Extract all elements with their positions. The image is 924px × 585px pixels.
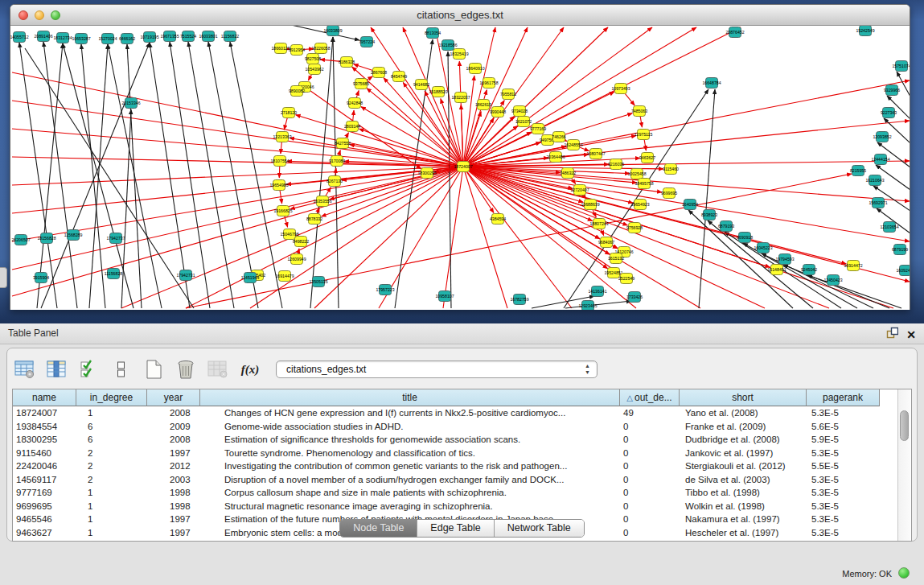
graph-edge (170, 42, 210, 308)
graph-edge (461, 105, 462, 161)
graph-node-label: 20876452 (725, 30, 744, 35)
row-select-icon[interactable] (78, 358, 101, 381)
graph-node-label: 10973493 (611, 86, 630, 91)
graph-edge (37, 43, 63, 308)
table-cell: 9777169 (13, 486, 76, 500)
new-document-icon[interactable] (142, 358, 165, 381)
graph-edge (345, 133, 348, 138)
graph-edge (699, 89, 715, 308)
table-type-tabs: Node TableEdge TableNetwork Table (339, 519, 584, 538)
memory-status-indicator[interactable] (898, 567, 910, 579)
graph-edge (310, 90, 421, 169)
graph-node-label: 15188520 (429, 89, 447, 94)
column-header-short[interactable]: short (680, 389, 807, 406)
table-scrollbar[interactable] (897, 389, 910, 541)
network-window-titlebar[interactable]: citations_edges.txt (10, 5, 910, 26)
table-row[interactable]: 911546021997Tourette syndrome. Phenomeno… (13, 447, 880, 460)
graph-edge (150, 43, 190, 308)
graph-node-label: 19524851 (604, 270, 622, 275)
delete-icon[interactable] (175, 358, 197, 381)
network-canvas[interactable]: 1872400718300295186601288912954182260589… (10, 26, 910, 310)
graph-node-label: 8878332 (306, 216, 322, 221)
graph-node-label: 9170084 (329, 159, 345, 163)
graph-node-label: 18156828 (37, 236, 55, 241)
graph-node-label: 9734028 (511, 109, 528, 113)
graph-node-label: 9375685 (353, 81, 369, 86)
graph-node-label: 7485063 (631, 109, 647, 113)
table-settings-icon[interactable] (14, 358, 36, 381)
rows-icon[interactable] (110, 358, 133, 381)
graph-node-label: 18107554 (270, 159, 289, 163)
tab-network-table[interactable]: Network Table (495, 520, 584, 537)
table-row[interactable]: 969969511998Structural magnetic resonanc… (13, 500, 880, 513)
table-toolbar: f(x) citations_edges.txt ▲▼ (14, 353, 598, 385)
graph-node-label: 2522549 (618, 276, 634, 281)
graph-edge (463, 167, 765, 308)
table-cell: Tourette syndrome. Phenomenology and cla… (200, 447, 620, 460)
network-window-title: citations_edges.txt (10, 9, 910, 21)
column-header-in_degree[interactable]: in_degree (76, 389, 147, 406)
graph-node-label: 8498222 (293, 239, 309, 244)
graph-node-label: 14136141 (588, 289, 606, 294)
table-row[interactable]: 1830029562008Estimation of significance … (13, 433, 880, 447)
network-select-dropdown[interactable]: citations_edges.txt ▲▼ (276, 360, 598, 378)
tab-edge-table[interactable]: Edge Table (417, 520, 494, 537)
graph-node-label: 17957223 (376, 287, 394, 292)
table-cell: Disruption of a novel member of a sodium… (200, 473, 620, 487)
scrollbar-thumb[interactable] (900, 410, 909, 441)
graph-node-label: 15046798 (280, 232, 298, 237)
graph-node-label: 12720407 (570, 187, 589, 192)
float-panel-icon[interactable] (886, 327, 898, 342)
network-view-area: citations_edges.txt 18724007183002951866… (0, 0, 924, 323)
table-row[interactable]: 1938455462009Genome-wide association stu… (13, 420, 880, 434)
column-header-name[interactable]: name (13, 389, 76, 406)
column-header-pagerank[interactable]: pagerank (807, 389, 880, 406)
network-window[interactable]: citations_edges.txt 18724007183002951866… (10, 4, 910, 310)
graph-edge (339, 150, 340, 156)
graph-node-label: 6216036 (608, 162, 624, 167)
table-cell: 1998 (147, 486, 200, 500)
graph-node-label: 8267130 (326, 179, 343, 183)
graph-node-label: 9699695 (661, 191, 677, 196)
column-header-out_de[interactable]: △out_de... (620, 389, 680, 406)
tab-node-table[interactable]: Node Table (340, 520, 417, 537)
table-cell: 0 (620, 486, 680, 500)
column-header-title[interactable]: title (200, 389, 620, 406)
graph-node-label: 19166825 (273, 208, 292, 213)
table-cell: Wolkin et al. (1998) (680, 500, 807, 513)
table-panel-body: f(x) citations_edges.txt ▲▼ namein_degre… (6, 348, 918, 542)
graph-edge (41, 43, 150, 308)
close-panel-icon[interactable]: ✕ (906, 328, 916, 341)
graph-node-label: 1733426 (626, 295, 643, 299)
graph-node-label: 11156822 (221, 34, 239, 39)
graph-node-label: 15148491 (767, 267, 786, 272)
table-cell: 19384554 (13, 420, 76, 434)
table-row[interactable]: 1456911722003Disruption of a novel membe… (13, 473, 880, 487)
graph-edge (281, 142, 281, 154)
table-cell: Estimation of significance thresholds fo… (200, 433, 620, 447)
graph-node-label: 20153346 (121, 101, 140, 105)
graph-node-label: 18226058 (311, 46, 330, 51)
table-row[interactable]: 2242004622012Investigating the contribut… (13, 459, 880, 473)
graph-edge (12, 72, 463, 167)
graph-node-label: 10543962 (305, 67, 323, 72)
graph-node-label: 16210643 (865, 178, 884, 183)
table-cell: 2 (76, 459, 147, 473)
table-row[interactable]: 977716911998Corpus callosum shape and si… (13, 486, 880, 500)
table-cell: 5.3E-5 (807, 447, 880, 460)
collapsed-panel-handle[interactable] (0, 267, 7, 288)
column-visibility-icon[interactable] (46, 358, 68, 381)
graph-node-label: 16033809 (323, 28, 342, 33)
graph-edge (807, 275, 901, 308)
table-cell: 0 (620, 420, 680, 434)
function-builder-icon[interactable]: f(x) (239, 358, 261, 381)
graph-node-label: 9827508 (305, 56, 321, 61)
graph-node-label: 2867608 (371, 70, 387, 75)
column-header-year[interactable]: year (147, 389, 200, 406)
graph-node-label: 18300295 (417, 171, 436, 175)
table-row[interactable]: 1872400712008Changes of HCN gene express… (13, 406, 880, 420)
graph-edge (298, 249, 299, 253)
table-cell: 5.3E-5 (807, 486, 880, 500)
graph-node-label: 16782759 (510, 297, 528, 302)
citation-network-graph[interactable]: 1872400718300295186601288912954182260589… (10, 26, 910, 310)
